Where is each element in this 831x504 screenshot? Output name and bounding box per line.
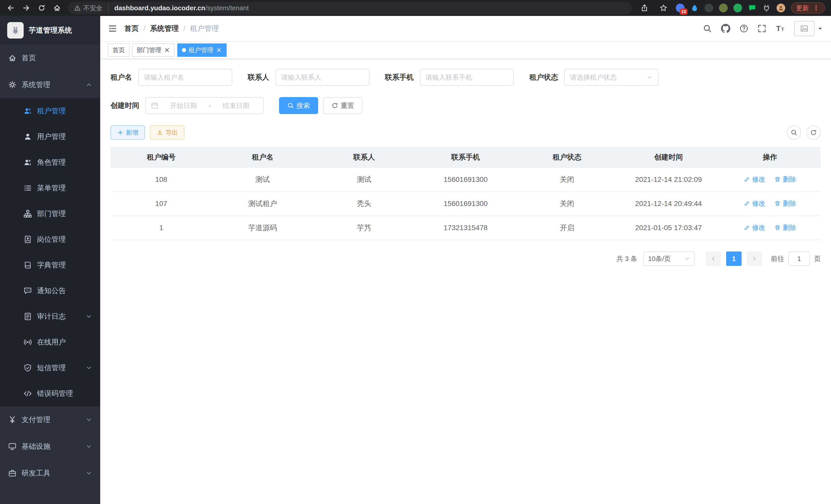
app-logo[interactable]: 芋道管理系统 xyxy=(0,16,100,45)
chevron-down-icon xyxy=(86,314,92,320)
sidebar-item-home[interactable]: 首页 xyxy=(0,45,100,71)
sidebar-item-devtools[interactable]: 研发工具 xyxy=(0,460,100,486)
toolbox-icon xyxy=(8,469,17,477)
pencil-icon xyxy=(744,176,750,182)
pencil-icon xyxy=(744,200,750,207)
extension-icon-6[interactable] xyxy=(748,4,756,12)
header-search-icon[interactable] xyxy=(703,24,712,33)
refresh-table-button[interactable] xyxy=(806,125,821,140)
browser-home-icon xyxy=(53,4,61,12)
tab-home[interactable]: 首页 xyxy=(108,43,130,57)
bookmark-button[interactable] xyxy=(657,1,670,14)
delete-button[interactable]: 删除 xyxy=(774,175,796,184)
sidebar-item-user[interactable]: 用户管理 xyxy=(0,124,100,149)
sidebar-item-payment[interactable]: 支付管理 xyxy=(0,406,100,433)
extension-badge: 10 xyxy=(680,8,688,15)
browser-forward-button[interactable] xyxy=(20,1,33,14)
close-icon[interactable] xyxy=(216,47,222,53)
date-end-input[interactable] xyxy=(214,102,258,110)
contact-input[interactable] xyxy=(281,73,364,82)
column-header-id: 租户编号 xyxy=(111,147,212,168)
user-avatar[interactable] xyxy=(794,21,814,36)
browser-update-button[interactable]: 更新 xyxy=(791,2,825,13)
sidebar-item-menu[interactable]: 菜单管理 xyxy=(0,175,100,201)
extension-icon-2[interactable] xyxy=(690,4,699,12)
table-row: 107 测试租户 秃头 15601691300 关闭 2021-12-14 20… xyxy=(111,191,821,216)
date-range-picker[interactable]: - xyxy=(145,97,264,114)
page-size-select[interactable]: 10条/页 xyxy=(643,251,695,266)
sidebar-item-post[interactable]: 岗位管理 xyxy=(0,227,100,252)
prev-page-button[interactable] xyxy=(706,251,721,266)
toggle-search-button[interactable] xyxy=(787,125,801,140)
sidebar-item-role[interactable]: 角色管理 xyxy=(0,149,100,175)
sidebar-toggle-button[interactable] xyxy=(108,24,117,33)
help-icon[interactable] xyxy=(740,24,748,33)
status-select[interactable] xyxy=(564,69,658,86)
tab-dept[interactable]: 部门管理 xyxy=(132,43,175,57)
reset-button[interactable]: 重置 xyxy=(323,97,362,114)
sidebar-item-label: 错误码管理 xyxy=(37,389,92,398)
status-select-input[interactable] xyxy=(570,73,643,82)
sidebar-item-dept[interactable]: 部门管理 xyxy=(0,201,100,227)
sidebar-item-infra[interactable]: 基础设施 xyxy=(0,433,100,460)
delete-button[interactable]: 删除 xyxy=(774,223,796,232)
sidebar-item-tenant[interactable]: 租户管理 xyxy=(0,98,100,124)
user-menu[interactable] xyxy=(794,21,823,36)
field-label: 联系人 xyxy=(248,72,269,82)
goto-page-input[interactable] xyxy=(789,251,810,266)
column-header-actions: 操作 xyxy=(719,147,821,168)
browser-reload-button[interactable] xyxy=(35,1,48,14)
next-page-button[interactable] xyxy=(747,251,762,266)
sidebar-item-audit-log[interactable]: 审计日志 xyxy=(0,304,100,329)
extension-icon-1[interactable]: 10 xyxy=(676,4,685,12)
tab-tenant[interactable]: 租户管理 xyxy=(177,43,227,57)
breadcrumb-home[interactable]: 首页 xyxy=(124,24,139,33)
logo-image xyxy=(7,22,24,38)
table-header: 租户编号 租户名 联系人 联系手机 租户状态 创建时间 操作 xyxy=(111,147,821,168)
trash-icon xyxy=(774,200,781,207)
sidebar-item-label: 部门管理 xyxy=(37,209,92,218)
reload-icon xyxy=(38,4,45,11)
security-status[interactable]: 不安全 xyxy=(74,4,103,12)
browser-nav-buttons xyxy=(4,1,64,14)
fullscreen-icon[interactable] xyxy=(757,24,766,33)
font-size-icon[interactable] xyxy=(775,24,785,33)
breadcrumb-system[interactable]: 系统管理 xyxy=(150,24,179,33)
sidebar-item-notice[interactable]: 通知公告 xyxy=(0,278,100,304)
tenant-name-input[interactable] xyxy=(144,73,227,82)
extension-icon-3[interactable] xyxy=(705,4,713,12)
extension-icon-7[interactable] xyxy=(762,4,771,12)
sidebar-item-label: 研发工具 xyxy=(22,468,81,478)
sidebar-item-sms[interactable]: 短信管理 xyxy=(0,355,100,381)
address-bar[interactable]: 不安全 dashboard.yudao.iocoder.cn/system/te… xyxy=(68,2,632,14)
star-icon xyxy=(660,4,667,12)
shield-icon xyxy=(24,364,32,372)
close-icon[interactable] xyxy=(164,47,170,53)
sidebar-item-error-code[interactable]: 错误码管理 xyxy=(0,381,100,406)
search-button[interactable]: 搜索 xyxy=(279,97,318,114)
export-button[interactable]: 导出 xyxy=(150,125,184,140)
edit-button[interactable]: 修改 xyxy=(744,223,766,232)
share-button[interactable] xyxy=(638,1,651,14)
page-number-button[interactable]: 1 xyxy=(726,251,742,266)
sidebar-item-dict[interactable]: 字典管理 xyxy=(0,252,100,278)
github-icon[interactable] xyxy=(721,24,730,33)
edit-button[interactable]: 修改 xyxy=(744,175,766,184)
broadcast-icon xyxy=(24,338,32,346)
browser-profile-avatar[interactable] xyxy=(776,4,785,12)
sidebar-item-label: 租户管理 xyxy=(37,106,92,116)
mobile-input[interactable] xyxy=(426,73,508,82)
date-start-input[interactable] xyxy=(161,102,206,110)
add-button[interactable]: 新增 xyxy=(111,125,145,140)
extension-icon-5[interactable] xyxy=(733,4,742,12)
extension-icon-4[interactable] xyxy=(719,4,728,12)
sidebar-item-system[interactable]: 系统管理 xyxy=(0,71,100,98)
date-separator: - xyxy=(209,102,211,110)
delete-button[interactable]: 删除 xyxy=(774,199,796,208)
tab-label: 部门管理 xyxy=(137,46,161,54)
sidebar-item-online-users[interactable]: 在线用户 xyxy=(0,329,100,355)
browser-home-button[interactable] xyxy=(50,1,64,14)
list-icon xyxy=(24,184,32,192)
edit-button[interactable]: 修改 xyxy=(744,199,766,208)
browser-back-button[interactable] xyxy=(4,1,18,14)
